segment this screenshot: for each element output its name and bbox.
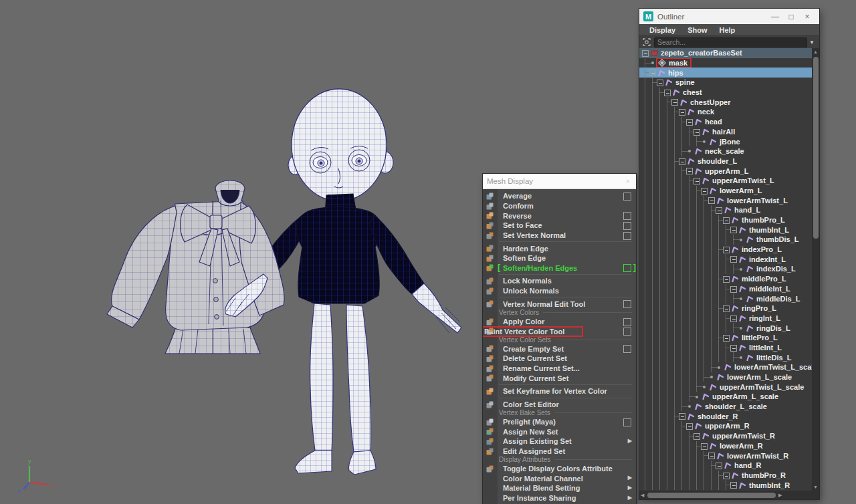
node-content[interactable]: neck [687,107,714,117]
collapse-toggle-icon[interactable] [730,316,737,322]
menu-item-paint-vertex-color-tool[interactable]: Paint Vertex Color Tool [483,326,636,336]
menu-item-set-keyframe-for-vertex-color[interactable]: Set Keyframe for Vertex Color [483,386,636,396]
node-content[interactable]: upperArm_L [694,166,748,176]
outliner-node-chest[interactable]: chest [639,88,812,98]
outliner-node-upperarmtwist-l-scale[interactable]: upperArmTwist_L_scale [639,382,812,392]
collapse-toggle-icon[interactable] [686,119,693,126]
node-content[interactable]: middleDis_L [746,293,800,303]
outliner-node-middledis-l[interactable]: middleDis_L [639,293,812,303]
collapse-toggle-icon[interactable] [686,423,693,430]
collapse-toggle-icon[interactable] [716,463,722,469]
outliner-node-thumbdis-l[interactable]: thumbDis_L [639,235,812,245]
vertical-scroll-thumb[interactable] [813,57,819,239]
node-content[interactable]: upperArmTwist_L_scale [709,382,804,392]
collapse-toggle-icon[interactable] [730,345,737,352]
close-icon[interactable]: × [799,12,815,21]
collapse-toggle-icon[interactable] [723,473,730,479]
node-content[interactable]: shoulder_L_scale [694,402,767,412]
outliner-node-jbone[interactable]: jBone [639,136,812,146]
node-content[interactable]: thumbInt_L [738,225,789,235]
outliner-node-thumbint-r[interactable]: thumbInt_R [639,480,812,490]
node-content[interactable]: lowerArm_L [709,186,762,196]
menu-item-soften-harden-edges[interactable]: Soften/Harden Edges[] [483,263,636,273]
collapse-toggle-icon[interactable] [708,197,715,204]
outliner-node-indexdis-l[interactable]: indexDis_L [639,264,812,274]
node-content[interactable]: thumbDis_L [746,235,799,245]
option-box-icon[interactable] [623,193,631,201]
collapse-toggle-icon[interactable] [730,227,737,233]
menu-item-unlock-normals[interactable]: Unlock Normals [483,286,636,296]
collapse-toggle-icon[interactable] [693,433,700,440]
node-content[interactable]: indexPro_L [731,245,782,255]
node-content[interactable]: shoulder_L [687,156,737,166]
node-content[interactable]: middlePro_L [731,274,786,284]
node-content[interactable]: littleInt_L [738,343,782,353]
mesh-menu-close-icon[interactable]: × [624,177,632,185]
outliner-node-hips[interactable]: hips [639,68,812,78]
scroll-right-icon[interactable]: ▶ [778,493,782,498]
menu-item-set-vertex-normal[interactable]: Set Vertex Normal [483,231,636,241]
node-content[interactable]: neck_scale [694,146,744,156]
option-box-icon[interactable] [623,345,631,353]
outliner-node-shoulder-l[interactable]: shoulder_L [639,156,812,166]
outliner-node-indexpro-l[interactable]: indexPro_L [639,245,812,255]
outliner-node-littlepro-l[interactable]: littlePro_L [639,333,812,343]
menu-item-conform[interactable]: Conform [483,201,636,211]
node-content[interactable]: zepeto_creatorBaseSet [650,48,742,58]
collapse-toggle-icon[interactable] [723,276,730,283]
menu-item-prelight-maya[interactable]: Prelight (Maya) [483,417,636,427]
outliner-node-upperarm-l[interactable]: upperArm_L [639,166,812,176]
outliner-node-lowerarmtwist-r[interactable]: lowerArmTwist_R [639,451,812,461]
node-content[interactable]: thumbPro_R [731,471,786,481]
outliner-node-zepeto-creatorbaseset[interactable]: zepeto_creatorBaseSet [639,48,812,58]
menu-item-create-empty-set[interactable]: Create Empty Set [483,344,636,354]
outliner-node-hairall[interactable]: hairAll [639,127,812,137]
scroll-left-icon[interactable]: ◀ [641,493,644,498]
search-dropdown-icon[interactable]: ▼ [807,39,817,45]
node-content[interactable]: upperArmTwist_R [702,431,775,441]
menu-item-apply-color[interactable]: Apply Color [483,317,636,327]
outliner-node-hand-r[interactable]: hand_R [639,461,812,471]
menu-item-per-instance-sharing[interactable]: Per Instance Sharing▶ [483,493,636,503]
node-content[interactable]: upperArm_L_scale [702,392,778,402]
collapse-toggle-icon[interactable] [701,443,708,450]
collapse-toggle-icon[interactable] [693,129,700,136]
mesh-menu-titlebar[interactable]: Mesh Display × [483,174,636,189]
node-content[interactable]: hips [657,68,683,78]
outliner-node-neck[interactable]: neck [639,107,812,117]
node-content[interactable]: ringInt_L [738,313,780,324]
menu-show[interactable]: Show [681,26,713,34]
horizontal-scrollbar[interactable]: ◀ ▶ [639,491,819,499]
outliner-node-ringint-l[interactable]: ringInt_L [639,313,812,324]
menu-item-modify-current-set[interactable]: Modify Current Set [483,373,636,383]
node-content[interactable]: lowerArmTwist_L [716,195,788,205]
node-content[interactable]: chestUpper [679,97,731,107]
outliner-node-littleint-l[interactable]: littleInt_L [639,343,812,353]
collapse-toggle-icon[interactable] [723,305,730,312]
menu-item-average[interactable]: Average [483,191,636,201]
outliner-node-lowerarmtwist-l-scale[interactable]: lowerArmTwist_L_scale [639,362,812,372]
menu-item-delete-current-set[interactable]: Delete Current Set [483,354,636,364]
node-content[interactable]: lowerArmTwist_L_scale [724,362,812,372]
outliner-node-upperarmtwist-r[interactable]: upperArmTwist_R [639,431,812,441]
outliner-node-middlepro-l[interactable]: middlePro_L [639,274,812,284]
collapse-toggle-icon[interactable] [716,207,722,214]
outliner-node-chestupper[interactable]: chestUpper [639,97,812,107]
outliner-node-littledis-l[interactable]: littleDis_L [639,352,812,362]
node-content[interactable]: hand_R [724,461,761,471]
collapse-toggle-icon[interactable] [657,80,663,86]
menu-item-toggle-display-colors-attribute[interactable]: Toggle Display Colors Attribute [483,464,636,474]
collapse-toggle-icon[interactable] [730,286,737,293]
collapse-toggle-icon[interactable] [723,335,730,342]
menu-item-reverse[interactable]: Reverse [483,211,636,221]
node-content[interactable]: chest [672,88,702,98]
maximize-icon[interactable]: □ [783,12,799,21]
node-content[interactable]: lowerArm_R [709,441,763,451]
outliner-node-upperarm-r[interactable]: upperArm_R [639,421,812,431]
collapse-toggle-icon[interactable] [679,413,685,420]
outliner-node-thumbint-l[interactable]: thumbInt_L [639,225,812,235]
outliner-node-mask[interactable]: mask [639,58,812,68]
outliner-node-ringpro-l[interactable]: ringPro_L [639,303,812,313]
node-content[interactable]: upperArmTwist_L [702,176,774,186]
menu-item-color-material-channel[interactable]: Color Material Channel▶ [483,473,636,483]
